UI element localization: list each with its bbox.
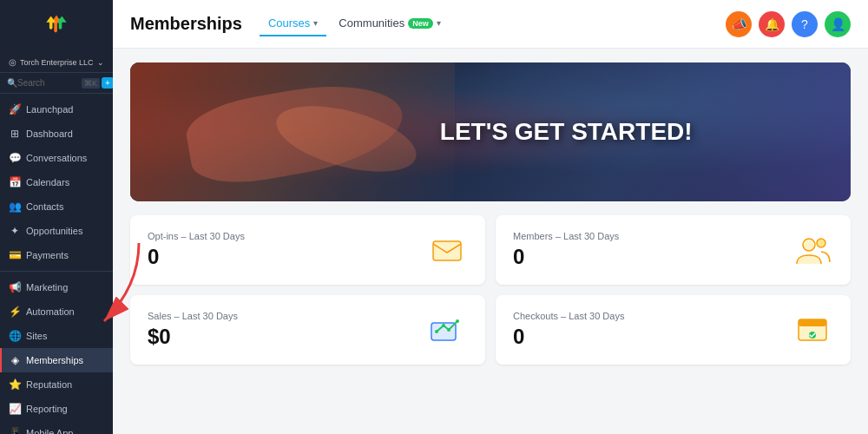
search-bar[interactable]: 🔍 ⌘K +: [0, 73, 113, 94]
contacts-icon: 👥: [9, 201, 21, 213]
sidebar-label-launchpad: Launchpad: [26, 104, 73, 115]
dashboard-icon: ⊞: [9, 128, 21, 140]
sidebar-label-payments: Payments: [26, 250, 69, 260]
nav-separator: [0, 271, 113, 272]
svg-point-14: [456, 319, 459, 323]
memberships-icon: ◈: [9, 354, 21, 366]
sidebar-item-automation[interactable]: ⚡Automation: [0, 299, 113, 324]
sidebar-add-button[interactable]: +: [102, 77, 113, 89]
tab-badge-communities: New: [408, 18, 433, 29]
sidebar-item-memberships[interactable]: ◈Memberships: [0, 348, 113, 372]
tab-chevron-courses: ▾: [313, 18, 318, 28]
sidebar-item-contacts[interactable]: 👥Contacts: [0, 194, 113, 219]
stat-label-opt-ins: Opt-ins – Last 30 Days: [148, 231, 245, 241]
conversations-icon: 💬: [9, 152, 21, 164]
svg-point-12: [442, 324, 445, 327]
sidebar-label-automation: Automation: [26, 306, 75, 317]
page-title: Memberships: [130, 14, 242, 34]
sidebar-item-launchpad[interactable]: 🚀Launchpad: [0, 97, 113, 122]
search-input[interactable]: [17, 78, 78, 88]
sidebar-item-marketing[interactable]: 📢Marketing: [0, 275, 113, 299]
opportunities-icon: ✦: [9, 225, 21, 237]
stat-info-sales: Sales – Last 30 Days$0: [148, 311, 238, 349]
stat-label-sales: Sales – Last 30 Days: [148, 311, 238, 321]
topbar-right: 📣🔔?👤: [726, 11, 851, 37]
sidebar-item-opportunities[interactable]: ✦Opportunities: [0, 219, 113, 243]
stat-value-opt-ins: 0: [148, 245, 245, 269]
topbar: Memberships Courses▾CommunitiesNew▾ 📣🔔?👤: [113, 0, 868, 49]
account-icon: ◎: [9, 57, 16, 67]
topbar-left: Memberships Courses▾CommunitiesNew▾: [130, 11, 450, 36]
sites-icon: 🌐: [9, 330, 21, 342]
sidebar-item-payments[interactable]: 💳Payments: [0, 243, 113, 267]
stat-card-opt-ins: Opt-ins – Last 30 Days0: [130, 215, 485, 285]
launchpad-icon: 🚀: [9, 103, 21, 115]
sidebar-item-conversations[interactable]: 💬Conversations: [0, 146, 113, 170]
sidebar-label-conversations: Conversations: [26, 153, 87, 163]
sidebar-label-opportunities: Opportunities: [26, 226, 82, 236]
tab-courses[interactable]: Courses▾: [260, 11, 326, 36]
stats-grid: Opt-ins – Last 30 Days0Members – Last 30…: [130, 215, 851, 365]
svg-point-11: [435, 330, 438, 333]
stat-value-members: 0: [513, 245, 619, 269]
tab-chevron-communities: ▾: [437, 18, 441, 28]
nav-items-list: 🚀Launchpad⊞Dashboard💬Conversations📅Calen…: [0, 94, 113, 434]
stat-info-checkouts: Checkouts – Last 30 Days0: [513, 311, 624, 349]
stat-info-opt-ins: Opt-ins – Last 30 Days0: [148, 231, 245, 269]
help-button[interactable]: ?: [792, 11, 818, 37]
sidebar-item-reputation[interactable]: ⭐Reputation: [0, 372, 113, 397]
calendars-icon: 📅: [9, 176, 21, 188]
svg-point-13: [447, 328, 450, 332]
reputation-icon: ⭐: [9, 378, 21, 391]
tab-communities[interactable]: CommunitiesNew▾: [330, 11, 449, 36]
search-icon: 🔍: [7, 78, 17, 88]
account-selector[interactable]: ◎ Torch Enterprise LLC ⌄: [0, 52, 113, 73]
sidebar-label-sites: Sites: [26, 331, 47, 341]
main-area: Memberships Courses▾CommunitiesNew▾ 📣🔔?👤: [113, 0, 868, 434]
stat-icon-members: [792, 229, 833, 271]
megaphone-button[interactable]: 📣: [726, 11, 752, 37]
content-area: LET'S GET STARTED! Opt-ins – Last 30 Day…: [113, 49, 868, 434]
hero-banner: LET'S GET STARTED!: [130, 62, 851, 201]
stat-value-sales: $0: [148, 325, 238, 349]
stat-icon-checkouts: [792, 309, 833, 351]
payments-icon: 💳: [9, 249, 21, 261]
svg-point-8: [803, 239, 815, 251]
stat-info-members: Members – Last 30 Days0: [513, 231, 619, 269]
stat-card-members: Members – Last 30 Days0: [496, 215, 851, 285]
stat-label-members: Members – Last 30 Days: [513, 231, 619, 241]
svg-rect-7: [433, 241, 461, 260]
app-logo: [0, 0, 113, 52]
sidebar-item-calendars[interactable]: 📅Calendars: [0, 170, 113, 194]
sidebar: ◎ Torch Enterprise LLC ⌄ 🔍 ⌘K + 🚀Launchp…: [0, 0, 113, 434]
stat-icon-opt-ins: [426, 229, 468, 271]
sidebar-label-dashboard: Dashboard: [26, 128, 73, 139]
stat-label-checkouts: Checkouts – Last 30 Days: [513, 311, 624, 321]
account-chevron: ⌄: [97, 58, 104, 67]
svg-point-9: [817, 239, 825, 247]
sidebar-item-dashboard[interactable]: ⊞Dashboard: [0, 122, 113, 146]
stat-card-sales: Sales – Last 30 Days$0: [130, 295, 485, 365]
user-button[interactable]: 👤: [825, 11, 851, 37]
marketing-icon: 📢: [9, 281, 21, 293]
stat-value-checkouts: 0: [513, 325, 624, 349]
search-shortcut: ⌘K: [82, 78, 100, 89]
hero-text: LET'S GET STARTED!: [440, 118, 693, 146]
svg-rect-16: [799, 319, 826, 326]
mobile-app-icon: 📱: [9, 427, 21, 434]
tab-label-courses: Courses: [268, 16, 310, 30]
sidebar-label-calendars: Calendars: [26, 177, 69, 187]
sidebar-label-mobile-app: Mobile App: [26, 428, 73, 434]
stat-card-checkouts: Checkouts – Last 30 Days0: [496, 295, 851, 365]
sidebar-label-reporting: Reporting: [26, 404, 68, 414]
sidebar-label-memberships: Memberships: [26, 355, 83, 365]
sidebar-item-reporting[interactable]: 📈Reporting: [0, 397, 113, 421]
stat-icon-sales: [426, 309, 468, 351]
sidebar-item-sites[interactable]: 🌐Sites: [0, 324, 113, 348]
bell-button[interactable]: 🔔: [759, 11, 785, 37]
sidebar-item-mobile-app[interactable]: 📱Mobile App: [0, 421, 113, 434]
tab-label-communities: Communities: [339, 16, 404, 30]
sidebar-label-marketing: Marketing: [26, 282, 68, 293]
sidebar-label-reputation: Reputation: [26, 379, 72, 390]
sidebar-label-contacts: Contacts: [26, 201, 63, 212]
